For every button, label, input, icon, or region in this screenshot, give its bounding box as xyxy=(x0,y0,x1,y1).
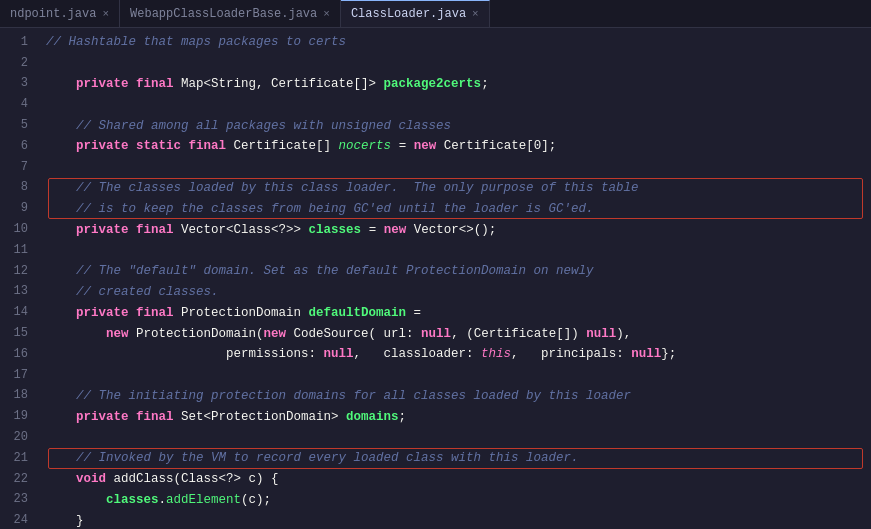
token: } xyxy=(46,511,84,529)
token: ; xyxy=(481,74,489,94)
line-number: 1 xyxy=(0,32,32,53)
line-number: 5 xyxy=(0,115,32,136)
token: = xyxy=(406,303,421,323)
token: ?>> xyxy=(279,220,302,240)
token: // is to keep the classes from being GC'… xyxy=(46,199,594,219)
tab-close-classloader[interactable]: × xyxy=(472,8,479,20)
line-number: 9 xyxy=(0,198,32,219)
token xyxy=(181,136,189,156)
token: Vector<Class< xyxy=(174,220,279,240)
token: private xyxy=(46,136,129,156)
code-line: } xyxy=(46,510,871,529)
line-number: 11 xyxy=(0,240,32,261)
line-number: 19 xyxy=(0,406,32,427)
token: Certificate[] xyxy=(226,136,339,156)
token: this xyxy=(481,344,511,364)
code-line: classes.addElement(c); xyxy=(46,490,871,511)
token: // created classes. xyxy=(46,282,219,302)
line-number: 10 xyxy=(0,219,32,240)
token: private xyxy=(46,74,129,94)
line-number: 8 xyxy=(0,178,32,199)
token: final xyxy=(136,220,174,240)
token: new xyxy=(106,324,129,344)
token: private xyxy=(46,303,129,323)
tab-close-ndpoint[interactable]: × xyxy=(102,8,109,20)
code-line: // The classes loaded by this class load… xyxy=(46,178,871,199)
line-number: 22 xyxy=(0,469,32,490)
editor-area: 1234567891011121314151617181920212223242… xyxy=(0,28,871,529)
code-line xyxy=(46,94,871,115)
token: nocerts xyxy=(339,136,392,156)
line-number: 13 xyxy=(0,282,32,303)
token: addElement xyxy=(166,490,241,510)
token: final xyxy=(136,407,174,427)
token: static xyxy=(136,136,181,156)
tab-ndpoint[interactable]: ndpoint.java × xyxy=(0,0,120,27)
token xyxy=(129,136,137,156)
tab-close-webapp[interactable]: × xyxy=(323,8,330,20)
code-line xyxy=(46,157,871,178)
token: defaultDomain xyxy=(309,303,407,323)
token: final xyxy=(136,303,174,323)
tab-bar: ndpoint.java × WebappClassLoaderBase.jav… xyxy=(0,0,871,28)
code-line: // is to keep the classes from being GC'… xyxy=(46,198,871,219)
line-number: 24 xyxy=(0,510,32,529)
code-line: // created classes. xyxy=(46,282,871,303)
code-line xyxy=(46,427,871,448)
code-line: // Hashtable that maps packages to certs xyxy=(46,32,871,53)
token: permissions: xyxy=(46,344,324,364)
line-numbers: 1234567891011121314151617181920212223242… xyxy=(0,28,38,529)
token: // The "default" domain. Set as the defa… xyxy=(46,261,594,281)
token: }; xyxy=(661,344,676,364)
token xyxy=(46,324,106,344)
token: private xyxy=(46,220,129,240)
tab-classloader[interactable]: ClassLoader.java × xyxy=(341,0,490,27)
token: CodeSource( url: xyxy=(286,324,421,344)
token: package2certs xyxy=(384,74,482,94)
token: ProtectionDomain( xyxy=(129,324,264,344)
token: = xyxy=(361,220,384,240)
line-number: 3 xyxy=(0,74,32,95)
token: Certificate[0]; xyxy=(436,136,556,156)
code-line: permissions: null, classloader: this, pr… xyxy=(46,344,871,365)
token: new xyxy=(384,220,407,240)
token: classes xyxy=(309,220,362,240)
code-line: // Invoked by the VM to record every loa… xyxy=(46,448,871,469)
token: null xyxy=(324,344,354,364)
token: , classloader: xyxy=(354,344,482,364)
token: = xyxy=(391,136,414,156)
token xyxy=(129,220,137,240)
line-number: 18 xyxy=(0,386,32,407)
token: // Invoked by the VM to record every loa… xyxy=(46,448,579,468)
token: null xyxy=(421,324,451,344)
code-line: new ProtectionDomain(new CodeSource( url… xyxy=(46,323,871,344)
tab-label: ClassLoader.java xyxy=(351,7,466,21)
token: private xyxy=(46,407,129,427)
code-area[interactable]: // Hashtable that maps packages to certs… xyxy=(38,28,871,529)
line-number: 16 xyxy=(0,344,32,365)
token: ; xyxy=(399,407,407,427)
code-line: ▶ void addClass(Class<?> c) { xyxy=(46,469,871,490)
code-line: private final ProtectionDomain defaultDo… xyxy=(46,302,871,323)
line-number: 17 xyxy=(0,365,32,386)
line-number: 14 xyxy=(0,302,32,323)
code-line: // The "default" domain. Set as the defa… xyxy=(46,261,871,282)
token: // The classes loaded by this class load… xyxy=(46,178,639,198)
code-line: private final Map<String, Certificate[]>… xyxy=(46,74,871,95)
token: final xyxy=(189,136,227,156)
code-line xyxy=(46,365,871,386)
token: null xyxy=(586,324,616,344)
tab-label: ndpoint.java xyxy=(10,7,96,21)
token: . xyxy=(159,490,167,510)
token: ), xyxy=(616,324,631,344)
token xyxy=(129,303,137,323)
tab-webappclassloaderbase[interactable]: WebappClassLoaderBase.java × xyxy=(120,0,341,27)
code-line: private static final Certificate[] nocer… xyxy=(46,136,871,157)
code-line xyxy=(46,53,871,74)
token xyxy=(129,407,137,427)
token: void xyxy=(76,469,106,489)
token: null xyxy=(631,344,661,364)
line-number: 21 xyxy=(0,448,32,469)
code-line: private final Vector<Class<?>> classes =… xyxy=(46,219,871,240)
token: // Hashtable that maps packages to certs xyxy=(46,32,346,52)
